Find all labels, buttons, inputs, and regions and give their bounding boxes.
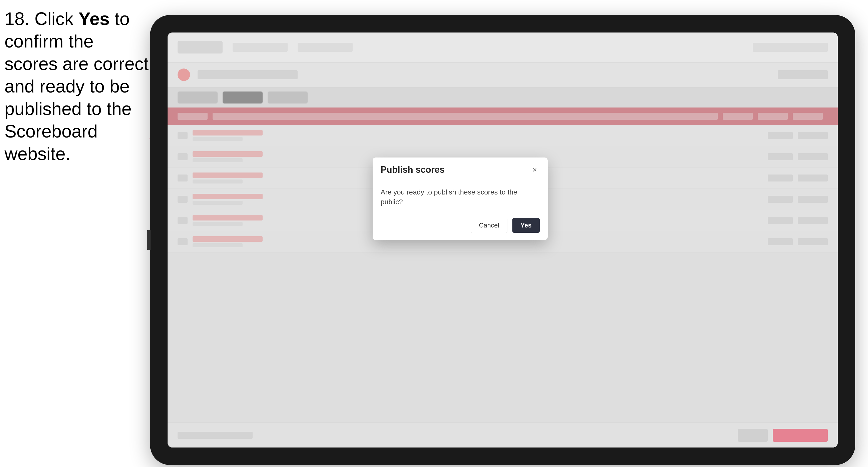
instruction-text: 18. Click Yes to confirm the scores are … — [4, 7, 150, 165]
modal-body: Are you ready to publish these scores to… — [373, 180, 548, 214]
modal-cancel-button[interactable]: Cancel — [471, 218, 507, 233]
modal-message: Are you ready to publish these scores to… — [381, 187, 540, 207]
modal-overlay: Publish scores × Are you ready to publis… — [167, 32, 838, 447]
tablet-side-button — [147, 230, 151, 250]
modal-footer: Cancel Yes — [373, 214, 548, 240]
tablet-screen: Publish scores × Are you ready to publis… — [167, 32, 838, 447]
publish-scores-modal: Publish scores × Are you ready to publis… — [373, 157, 548, 240]
instruction-text-after: to confirm the scores are correct and re… — [4, 9, 149, 164]
modal-header: Publish scores × — [373, 157, 548, 180]
modal-yes-button[interactable]: Yes — [513, 218, 540, 233]
modal-title: Publish scores — [381, 164, 445, 175]
step-number: 18. — [4, 9, 30, 29]
modal-close-button[interactable]: × — [530, 165, 540, 175]
tablet-device: Publish scores × Are you ready to publis… — [150, 15, 855, 465]
instruction-bold: Yes — [79, 9, 110, 29]
instruction-text-before: Click — [34, 9, 79, 29]
